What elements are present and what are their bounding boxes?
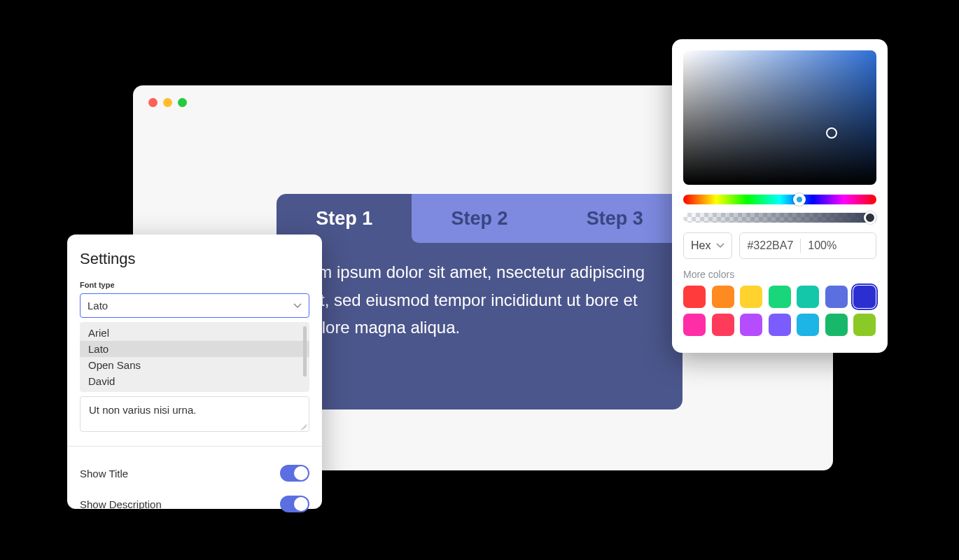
swatch-11[interactable] bbox=[797, 314, 819, 336]
font-type-dropdown: Ariel Lato Open Sans David bbox=[80, 322, 309, 392]
steps-tabs: Step 1 Step 2 Step 3 bbox=[276, 194, 682, 243]
alpha-thumb[interactable] bbox=[864, 211, 876, 224]
swatch-13[interactable] bbox=[853, 314, 876, 336]
opacity-value: 100% bbox=[808, 239, 836, 252]
font-option-ariel[interactable]: Ariel bbox=[80, 325, 309, 341]
hex-input[interactable]: #322BA7 100% bbox=[739, 232, 876, 259]
show-description-row: Show Description bbox=[80, 489, 309, 519]
swatch-6[interactable] bbox=[853, 286, 876, 308]
font-type-value: Lato bbox=[88, 300, 108, 312]
resize-handle-icon[interactable] bbox=[298, 421, 307, 429]
tab-step-2[interactable]: Step 2 bbox=[412, 194, 547, 243]
color-value-row: Hex #322BA7 100% bbox=[683, 232, 876, 259]
settings-divider bbox=[67, 446, 322, 447]
swatch-5[interactable] bbox=[825, 286, 848, 308]
swatch-3[interactable] bbox=[769, 286, 791, 308]
swatch-4[interactable] bbox=[797, 286, 819, 308]
swatch-7[interactable] bbox=[683, 314, 706, 336]
tab-step-3[interactable]: Step 3 bbox=[547, 194, 682, 243]
chevron-down-icon bbox=[293, 303, 302, 309]
settings-title: Settings bbox=[80, 250, 309, 268]
swatch-12[interactable] bbox=[825, 314, 848, 336]
swatch-10[interactable] bbox=[769, 314, 791, 336]
swatch-grid bbox=[683, 286, 876, 336]
swatch-0[interactable] bbox=[683, 286, 706, 308]
hex-separator bbox=[800, 239, 801, 253]
font-type-select[interactable]: Lato bbox=[80, 293, 309, 318]
swatch-1[interactable] bbox=[712, 286, 734, 308]
color-picker-panel: Hex #322BA7 100% More colors bbox=[672, 39, 888, 353]
swatch-8[interactable] bbox=[712, 314, 734, 336]
description-value: Ut non varius nisi urna. bbox=[89, 404, 196, 416]
font-option-david[interactable]: David bbox=[80, 373, 309, 389]
steps-card: Step 1 Step 2 Step 3 rem ipsum dolor sit… bbox=[276, 194, 682, 410]
show-description-toggle[interactable] bbox=[280, 496, 309, 512]
saturation-value-area[interactable] bbox=[683, 50, 876, 185]
hex-value: #322BA7 bbox=[747, 239, 793, 252]
sv-cursor[interactable] bbox=[826, 127, 837, 139]
settings-panel: Settings Font type Lato Ariel Lato Open … bbox=[67, 234, 322, 509]
description-textarea[interactable]: Ut non varius nisi urna. bbox=[80, 396, 309, 432]
chevron-down-icon bbox=[716, 243, 724, 248]
dropdown-scrollbar[interactable] bbox=[303, 326, 307, 377]
window-maximize-button[interactable] bbox=[178, 98, 187, 107]
show-title-label: Show Title bbox=[80, 468, 128, 479]
font-option-open-sans[interactable]: Open Sans bbox=[80, 357, 309, 373]
alpha-slider[interactable] bbox=[683, 213, 876, 223]
window-close-button[interactable] bbox=[148, 98, 158, 107]
color-format-value: Hex bbox=[691, 239, 710, 252]
show-title-toggle[interactable] bbox=[280, 465, 309, 482]
step-body-text: rem ipsum dolor sit amet, nsectetur adip… bbox=[276, 243, 682, 357]
color-format-select[interactable]: Hex bbox=[683, 232, 732, 259]
hue-thumb[interactable] bbox=[793, 193, 806, 206]
more-colors-label: More colors bbox=[683, 269, 876, 280]
swatch-9[interactable] bbox=[740, 314, 762, 336]
swatch-2[interactable] bbox=[740, 286, 762, 308]
font-option-lato[interactable]: Lato bbox=[80, 341, 309, 357]
window-minimize-button[interactable] bbox=[163, 98, 172, 107]
show-description-label: Show Description bbox=[80, 498, 162, 510]
font-type-label: Font type bbox=[80, 281, 309, 289]
show-title-row: Show Title bbox=[80, 458, 309, 489]
hue-slider[interactable] bbox=[683, 195, 876, 204]
